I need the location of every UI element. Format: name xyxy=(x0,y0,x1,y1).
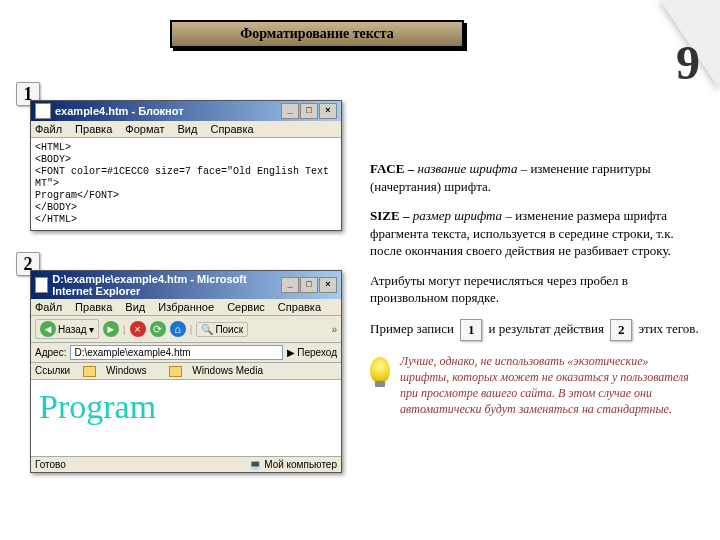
page-number: 9 xyxy=(676,35,700,90)
code-line: <FONT color=#1CECC0 size=7 face="Old Eng… xyxy=(35,166,337,190)
status-left: Готово xyxy=(35,459,66,470)
para-size: SIZE – размер шрифта – изменение размера… xyxy=(370,207,700,260)
go-button[interactable]: ▶ Переход xyxy=(287,347,338,358)
menu-format[interactable]: Формат xyxy=(125,123,164,135)
stop-button[interactable]: × xyxy=(130,321,146,337)
tip-block: Лучше, однако, не использовать «экзотиче… xyxy=(370,353,700,418)
inline-badge-1: 1 xyxy=(460,319,482,341)
notepad-icon xyxy=(35,103,51,119)
search-label: Поиск xyxy=(215,324,243,335)
notepad-menubar: Файл Правка Формат Вид Справка xyxy=(31,121,341,138)
forward-button[interactable]: ► xyxy=(103,321,119,337)
code-line: </HTML> xyxy=(35,214,337,226)
para-example: Пример записи 1 и результат действия 2 э… xyxy=(370,319,700,341)
maximize-button[interactable]: □ xyxy=(300,103,318,119)
window-buttons: _ □ × xyxy=(280,103,337,119)
notepad-title: example4.htm - Блокнот xyxy=(55,105,184,117)
close-button[interactable]: × xyxy=(319,103,337,119)
notepad-window: example4.htm - Блокнот _ □ × Файл Правка… xyxy=(30,100,342,231)
address-label: Адрес: xyxy=(35,347,66,358)
links-bar: Ссылки Windows Windows Media xyxy=(31,363,341,380)
menu-favorites[interactable]: Избранное xyxy=(158,301,214,313)
slide-title: Форматирование текста xyxy=(170,20,464,48)
status-right: 💻 Мой компьютер xyxy=(249,459,337,470)
close-button[interactable]: × xyxy=(319,277,337,293)
ie-statusbar: Готово 💻 Мой компьютер xyxy=(31,456,341,472)
maximize-button[interactable]: □ xyxy=(300,277,318,293)
ie-title: D:\example\example4.htm - Microsoft Inte… xyxy=(52,273,280,297)
folder-icon xyxy=(83,366,96,377)
link-windows-media[interactable]: Windows Media xyxy=(169,365,273,376)
ie-icon xyxy=(35,277,48,293)
menu-help[interactable]: Справка xyxy=(278,301,321,313)
menu-tools[interactable]: Сервис xyxy=(227,301,265,313)
address-bar: Адрес: D:\example\example4.htm ▶ Переход xyxy=(31,343,341,363)
code-line: </BODY> xyxy=(35,202,337,214)
menu-view[interactable]: Вид xyxy=(125,301,145,313)
ie-titlebar: D:\example\example4.htm - Microsoft Inte… xyxy=(31,271,341,299)
ie-viewport: Program xyxy=(31,380,341,456)
refresh-button[interactable]: ⟳ xyxy=(150,321,166,337)
menu-file[interactable]: Файл xyxy=(35,301,62,313)
code-line: <BODY> xyxy=(35,154,337,166)
address-input[interactable]: D:\example\example4.htm xyxy=(70,345,282,360)
toolbar-overflow-icon[interactable]: » xyxy=(331,324,337,335)
explanation-text: FACE – название шрифта – изменение гарни… xyxy=(370,160,700,418)
ie-window: D:\example\example4.htm - Microsoft Inte… xyxy=(30,270,342,473)
search-button[interactable]: 🔍 Поиск xyxy=(196,322,248,337)
code-line: Program</FONT> xyxy=(35,190,337,202)
links-label: Ссылки xyxy=(35,365,70,376)
tip-text: Лучше, однако, не использовать «экзотиче… xyxy=(400,353,700,418)
back-icon: ◄ xyxy=(40,321,56,337)
para-attrs: Атрибуты могут перечисляться через пробе… xyxy=(370,272,700,307)
menu-view[interactable]: Вид xyxy=(177,123,197,135)
menu-edit[interactable]: Правка xyxy=(75,123,112,135)
menu-help[interactable]: Справка xyxy=(210,123,253,135)
notepad-titlebar: example4.htm - Блокнот _ □ × xyxy=(31,101,341,121)
minimize-button[interactable]: _ xyxy=(281,277,299,293)
menu-edit[interactable]: Правка xyxy=(75,301,112,313)
inline-badge-2: 2 xyxy=(610,319,632,341)
back-label: Назад xyxy=(58,324,87,335)
go-label: Переход xyxy=(297,347,337,358)
code-line: <HTML> xyxy=(35,142,337,154)
ie-menubar: Файл Правка Вид Избранное Сервис Справка xyxy=(31,299,341,316)
back-button[interactable]: ◄Назад ▾ xyxy=(35,319,99,339)
lightbulb-icon xyxy=(370,357,390,383)
window-buttons: _ □ × xyxy=(280,277,337,293)
para-face: FACE – название шрифта – изменение гарни… xyxy=(370,160,700,195)
menu-file[interactable]: Файл xyxy=(35,123,62,135)
link-windows[interactable]: Windows xyxy=(83,365,157,376)
folder-icon xyxy=(169,366,182,377)
notepad-body[interactable]: <HTML> <BODY> <FONT color=#1CECC0 size=7… xyxy=(31,138,341,230)
ie-toolbar: ◄Назад ▾ ► | × ⟳ ⌂ | 🔍 Поиск » xyxy=(31,316,341,343)
minimize-button[interactable]: _ xyxy=(281,103,299,119)
rendered-text: Program xyxy=(39,388,333,426)
home-button[interactable]: ⌂ xyxy=(170,321,186,337)
